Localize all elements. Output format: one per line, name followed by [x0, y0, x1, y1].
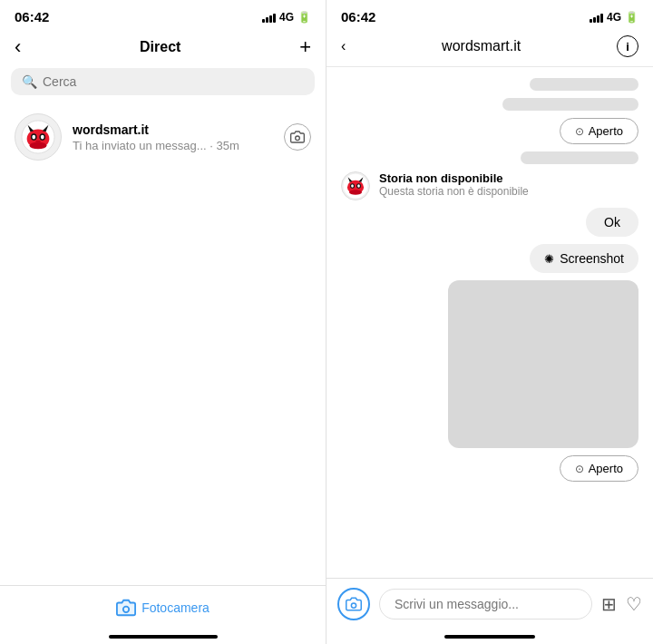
svg-point-6	[32, 135, 35, 140]
conversation-item[interactable]: wordsmart.it Ti ha inviato un messag... …	[0, 106, 326, 168]
svg-point-7	[41, 135, 44, 140]
right-panel: 06:42 4G 🔋 ‹ wordsmart.it i ⊙ Aperto	[326, 0, 653, 644]
story-unavailable: Storia non disponibile Questa storia non…	[341, 171, 529, 200]
search-icon: 🔍	[22, 74, 37, 89]
left-title: Direct	[140, 39, 180, 55]
heart-icon[interactable]: ♡	[626, 593, 642, 615]
story-content: Storia non disponibile Questa storia non…	[379, 171, 529, 198]
right-battery-icon: 🔋	[625, 11, 638, 24]
left-status-icons: 4G 🔋	[262, 11, 311, 24]
camera-btn-icon	[116, 599, 136, 617]
left-add-button[interactable]: +	[299, 35, 311, 59]
conv-name: wordsmart.it	[73, 122, 273, 137]
screenshot-label: Screenshot	[560, 251, 624, 266]
aperto-bottom-button[interactable]: ⊙ Aperto	[560, 455, 638, 482]
aperto-bottom-label: Aperto	[589, 462, 623, 475]
svg-point-18	[351, 184, 354, 188]
right-camera-icon	[346, 597, 362, 611]
right-back-button[interactable]: ‹	[341, 38, 346, 54]
search-input[interactable]	[43, 74, 304, 89]
camera-icon[interactable]	[284, 123, 311, 151]
conv-preview: Ti ha inviato un messag... · 35m	[73, 139, 273, 152]
left-header: ‹ Direct +	[0, 30, 326, 68]
left-status-bar: 06:42 4G 🔋	[0, 0, 326, 30]
placeholder-msg-1	[530, 78, 638, 91]
right-title: wordsmart.it	[442, 38, 521, 54]
svg-rect-8	[35, 141, 41, 142]
right-header: ‹ wordsmart.it i	[326, 30, 653, 67]
camera-label: Fotocamera	[141, 600, 210, 615]
left-network-label: 4G	[279, 11, 294, 24]
story-avatar	[341, 171, 370, 200]
svg-point-10	[296, 136, 300, 141]
camera-button[interactable]: Fotocamera	[116, 599, 210, 617]
story-subtitle: Questa storia non è disponibile	[379, 185, 529, 198]
left-back-button[interactable]: ‹	[15, 35, 21, 59]
left-home-indicator	[109, 635, 218, 639]
conv-info: wordsmart.it Ti ha inviato un messag... …	[73, 122, 273, 152]
right-time: 06:42	[341, 9, 375, 24]
search-bar: 🔍	[11, 68, 315, 95]
right-network-label: 4G	[607, 11, 621, 24]
placeholder-msg-2	[502, 98, 638, 111]
story-title: Storia non disponibile	[379, 171, 529, 185]
avatar	[15, 113, 62, 161]
message-input[interactable]	[379, 589, 592, 620]
right-signal-icon	[590, 12, 603, 23]
info-button[interactable]: i	[617, 35, 638, 57]
bottom-bar-left: Fotocamera	[0, 585, 326, 635]
aperto-top-icon: ⊙	[575, 125, 584, 138]
bottom-bar-right: ⊞ ♡	[326, 578, 653, 629]
aperto-bottom-icon: ⊙	[575, 463, 584, 475]
right-home-indicator	[444, 635, 535, 639]
left-panel: 06:42 4G 🔋 ‹ Direct + 🔍	[0, 0, 326, 644]
aperto-top-label: Aperto	[589, 124, 623, 138]
left-battery-icon: 🔋	[297, 11, 311, 24]
right-camera-button[interactable]	[337, 588, 370, 620]
svg-point-9	[30, 142, 47, 150]
gallery-icon[interactable]: ⊞	[601, 593, 617, 615]
left-signal-icon	[262, 12, 276, 23]
svg-point-20	[349, 190, 362, 195]
right-status-icons: 4G 🔋	[590, 11, 638, 24]
ok-message: Ok	[586, 208, 638, 237]
svg-point-19	[357, 184, 360, 188]
chat-area: ⊙ Aperto Storia non d	[326, 67, 653, 578]
screenshot-icon: ✺	[544, 252, 554, 266]
story-avatar-icon	[343, 173, 368, 199]
left-time: 06:42	[15, 9, 49, 24]
image-message	[448, 280, 638, 448]
avatar-icon	[21, 120, 55, 154]
right-status-bar: 06:42 4G 🔋	[326, 0, 653, 30]
screenshot-message: ✺ Screenshot	[530, 244, 638, 273]
svg-point-21	[351, 603, 356, 608]
aperto-top-button[interactable]: ⊙ Aperto	[560, 118, 638, 144]
placeholder-msg-3	[521, 151, 638, 164]
